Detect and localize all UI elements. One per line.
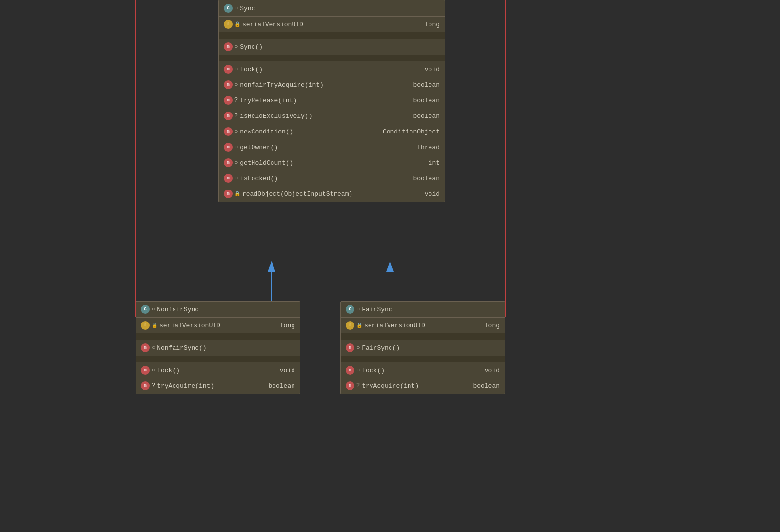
fairsync-class-icon: C bbox=[346, 305, 354, 314]
fairsync-fields-section: f 🔒 serialVersionUID long bbox=[341, 317, 505, 333]
nonfairsync-class-row: C ○ NonfairSync bbox=[136, 302, 300, 317]
nonfairsync-class-icon: C bbox=[141, 305, 150, 314]
field-icon: f bbox=[141, 321, 150, 330]
method-icon: m bbox=[224, 127, 233, 136]
nonfairsync-methods-section: m ○ lock() void m ? tryAcquire(int) bool… bbox=[136, 362, 300, 394]
method-name: getHoldCount() bbox=[240, 159, 426, 167]
sync-card: C ○ Sync f 🔒 serialVersionUID long m ○ S… bbox=[218, 0, 445, 202]
method-type: boolean bbox=[413, 113, 440, 120]
svg-marker-7 bbox=[386, 261, 394, 272]
sync-method-readobject: m 🔒 readObject(ObjectInputStream) void bbox=[219, 186, 445, 202]
sync-method-islocked: m ○ isLocked() boolean bbox=[219, 171, 445, 186]
nonfairsync-class-name: NonfairSync bbox=[157, 306, 295, 313]
nonfairsync-separator-1 bbox=[136, 333, 300, 340]
method-name: tryRelease(int) bbox=[240, 97, 411, 104]
method-icon: m bbox=[224, 80, 233, 89]
fairsync-separator-1 bbox=[341, 333, 505, 340]
method-icon: m bbox=[346, 343, 354, 352]
field-name: serialVersionUID bbox=[364, 322, 483, 329]
method-name: newCondition() bbox=[240, 128, 381, 135]
fairsync-constructors-section: m ○ FairSync() bbox=[341, 340, 505, 356]
method-name: lock() bbox=[157, 367, 278, 374]
sync-class-header: C ○ Sync bbox=[219, 0, 445, 16]
method-name: lock() bbox=[240, 66, 423, 73]
nonfairsync-fields-section: f 🔒 serialVersionUID long bbox=[136, 317, 300, 333]
diagram-container: C ○ Sync f 🔒 serialVersionUID long m ○ S… bbox=[0, 0, 780, 532]
method-icon: m bbox=[346, 381, 354, 390]
fairsync-card: C ○ FairSync f 🔒 serialVersionUID long m… bbox=[340, 301, 505, 394]
fairsync-class-header: C ○ FairSync bbox=[341, 302, 505, 317]
nonfairsync-method-lock: m ○ lock() void bbox=[136, 362, 300, 378]
method-type: int bbox=[429, 159, 440, 167]
nonfairsync-class-header: C ○ NonfairSync bbox=[136, 302, 300, 317]
method-name: lock() bbox=[362, 367, 483, 374]
field-icon: f bbox=[346, 321, 354, 330]
method-icon: m bbox=[224, 112, 233, 120]
nonfairsync-method-tryacquire: m ? tryAcquire(int) boolean bbox=[136, 378, 300, 394]
sync-methods-section: m ○ lock() void m ○ nonfairTryAcquire(in… bbox=[219, 61, 445, 202]
method-icon: m bbox=[346, 366, 354, 375]
method-name: getOwner() bbox=[240, 144, 415, 151]
field-icon: f bbox=[224, 20, 233, 29]
method-type: boolean bbox=[268, 382, 295, 390]
field-type: long bbox=[485, 322, 500, 329]
field-name: serialVersionUID bbox=[242, 21, 423, 28]
method-name: tryAcquire(int) bbox=[157, 382, 266, 390]
nonfairsync-constructors-section: m ○ NonfairSync() bbox=[136, 340, 300, 356]
method-type: boolean bbox=[473, 382, 500, 390]
nonfairsync-field-serial: f 🔒 serialVersionUID long bbox=[136, 318, 300, 333]
method-type: void bbox=[425, 66, 440, 73]
fairsync-methods-section: m ○ lock() void m ? tryAcquire(int) bool… bbox=[341, 362, 505, 394]
method-icon: m bbox=[224, 96, 233, 105]
sync-class-row: C ○ Sync bbox=[219, 0, 445, 16]
sync-constructor: m ○ Sync() bbox=[219, 39, 445, 55]
method-name: readObject(ObjectInputStream) bbox=[242, 190, 423, 198]
method-type: void bbox=[425, 190, 440, 198]
method-icon: m bbox=[141, 381, 150, 390]
fairsync-constructor: m ○ FairSync() bbox=[341, 340, 505, 356]
sync-method-nonfair: m ○ nonfairTryAcquire(int) boolean bbox=[219, 77, 445, 93]
method-icon: m bbox=[224, 158, 233, 167]
fairsync-class-row: C ○ FairSync bbox=[341, 302, 505, 317]
constructor-name: Sync() bbox=[240, 43, 440, 51]
sync-method-newcondition: m ○ newCondition() ConditionObject bbox=[219, 124, 445, 139]
sync-method-getholdcount: m ○ getHoldCount() int bbox=[219, 155, 445, 171]
sync-separator-1 bbox=[219, 32, 445, 39]
sync-class-icon: C bbox=[224, 4, 233, 13]
nonfairsync-constructor: m ○ NonfairSync() bbox=[136, 340, 300, 356]
method-type: boolean bbox=[413, 97, 440, 104]
sync-method-tryrelease: m ? tryRelease(int) boolean bbox=[219, 93, 445, 108]
method-type: boolean bbox=[413, 81, 440, 89]
fairsync-field-serial: f 🔒 serialVersionUID long bbox=[341, 318, 505, 333]
method-name: isHeldExclusively() bbox=[240, 113, 411, 120]
sync-field-serial: f 🔒 serialVersionUID long bbox=[219, 17, 445, 32]
method-icon: m bbox=[224, 174, 233, 183]
method-type: Thread bbox=[417, 144, 440, 151]
constructor-name: FairSync() bbox=[362, 344, 500, 352]
sync-method-lock: m ○ lock() void bbox=[219, 61, 445, 77]
method-icon: m bbox=[224, 65, 233, 74]
sync-class-name: Sync bbox=[240, 5, 440, 12]
sync-method-getowner: m ○ getOwner() Thread bbox=[219, 139, 445, 155]
fairsync-separator-2 bbox=[341, 356, 505, 362]
field-name: serialVersionUID bbox=[159, 322, 278, 329]
fairsync-method-tryacquire: m ? tryAcquire(int) boolean bbox=[341, 378, 505, 394]
field-type: long bbox=[425, 21, 440, 28]
field-type: long bbox=[280, 322, 295, 329]
method-name: isLocked() bbox=[240, 175, 411, 182]
method-name: tryAcquire(int) bbox=[362, 382, 471, 390]
constructor-name: NonfairSync() bbox=[157, 344, 295, 352]
method-type: boolean bbox=[413, 175, 440, 182]
svg-marker-5 bbox=[268, 261, 275, 272]
nonfairsync-separator-2 bbox=[136, 356, 300, 362]
method-type: void bbox=[280, 367, 295, 374]
method-icon: m bbox=[224, 42, 233, 51]
method-icon: m bbox=[141, 366, 150, 375]
fairsync-method-lock: m ○ lock() void bbox=[341, 362, 505, 378]
sync-fields-section: f 🔒 serialVersionUID long bbox=[219, 16, 445, 32]
method-type: void bbox=[485, 367, 500, 374]
method-type: ConditionObject bbox=[383, 128, 440, 135]
sync-separator-2 bbox=[219, 55, 445, 61]
method-icon: m bbox=[141, 343, 150, 352]
method-icon: m bbox=[224, 143, 233, 152]
